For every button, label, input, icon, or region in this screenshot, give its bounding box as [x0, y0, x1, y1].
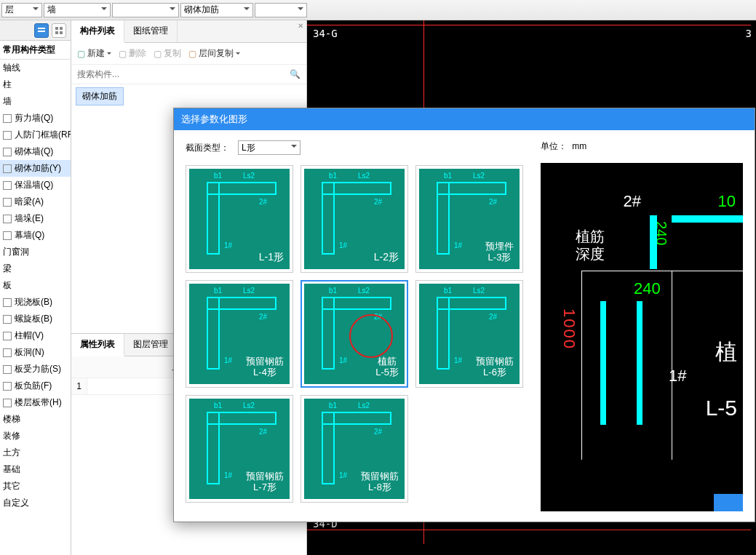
sidebar-item[interactable]: 楼层板带(H) — [0, 394, 71, 411]
sidebar-item-label: 楼层板带(H) — [15, 396, 62, 409]
combo-floor[interactable]: 层 — [1, 3, 42, 17]
sidebar-item-label: 墙垛(E) — [15, 212, 44, 225]
delete-button[interactable]: ▢删除 — [119, 47, 146, 60]
new-button[interactable]: ▢新建 — [77, 47, 111, 60]
sidebar-item[interactable]: 门窗洞 — [0, 244, 71, 260]
search-input[interactable] — [71, 65, 306, 84]
mid-tabs: 构件列表 图纸管理 — [71, 20, 306, 43]
member-icon — [3, 198, 12, 207]
tab-property-list[interactable]: 属性列表 — [71, 334, 124, 356]
tab-layer-mgmt[interactable]: 图层管理 — [124, 334, 178, 356]
sidebar-item-label: 土方 — [3, 447, 20, 459]
combo-floor-text: 层 — [5, 4, 14, 16]
sidebar-item-label: 轴线 — [3, 62, 20, 74]
shape-option[interactable]: b1Ls22#1#L-1形 — [186, 165, 293, 273]
sidebar-item-label: 幕墙(Q) — [15, 229, 44, 241]
sidebar-item-label: 板负筋(F) — [15, 380, 52, 392]
combo-member[interactable]: 砌体加筋 — [180, 3, 253, 17]
sidebar-item[interactable]: 现浇板(B) — [0, 294, 71, 311]
sidebar-item-label: 柱 — [3, 79, 12, 91]
left-panel-header: 常用构件类型 — [0, 41, 71, 60]
search-icon[interactable]: 🔍 — [290, 69, 301, 79]
ok-button[interactable] — [714, 494, 743, 511]
parametric-shape-dialog: 选择参数化图形 截面类型： L形 b1Ls22#1#L-1形b1Ls22#1#L… — [173, 108, 755, 522]
sidebar-item[interactable]: 自定义 — [0, 495, 71, 511]
pv-2hash: 2# — [624, 192, 641, 211]
sidebar-item[interactable]: 保温墙(Q) — [0, 177, 71, 193]
sidebar-item[interactable]: 墙垛(E) — [0, 210, 71, 227]
section-type-label: 截面类型： — [186, 142, 232, 154]
shape-option[interactable]: b1Ls22#1#L-2形 — [301, 165, 408, 273]
sidebar-item[interactable]: 剪力墙(Q) — [0, 110, 71, 127]
member-icon — [3, 181, 12, 190]
tab-component-list[interactable]: 构件列表 — [71, 20, 124, 43]
sidebar-item[interactable]: 板负筋(F) — [0, 378, 71, 394]
combo-3[interactable] — [112, 3, 179, 17]
sidebar-item[interactable]: 柱 — [0, 76, 71, 93]
sidebar-item[interactable]: 基础 — [0, 461, 71, 478]
sidebar-item[interactable]: 其它 — [0, 478, 71, 495]
unit-value: mm — [572, 141, 586, 151]
close-icon[interactable]: ✕ — [298, 22, 303, 30]
sidebar-item[interactable]: 幕墙(Q) — [0, 227, 71, 244]
copy-button[interactable]: ▢复制 — [154, 47, 181, 60]
view-list-icon[interactable] — [34, 23, 49, 38]
svg-rect-2 — [55, 27, 58, 30]
sidebar-item-label: 板洞(N) — [15, 346, 44, 359]
sidebar-item[interactable]: 轴线 — [0, 60, 71, 76]
member-icon — [3, 332, 12, 340]
sidebar-item[interactable]: 楼梯 — [0, 411, 71, 428]
left-icon-row — [0, 20, 71, 41]
member-icon — [3, 148, 12, 156]
sidebar-item-label: 人防门框墙(RF — [15, 129, 71, 141]
mid-toolbar: ▢新建 ▢删除 ▢复制 ▢层间复制 — [71, 43, 306, 65]
cad-label-top: 34-G — [313, 28, 338, 39]
combo-5[interactable] — [255, 3, 307, 17]
svg-rect-5 — [60, 31, 63, 34]
shape-option[interactable]: b1Ls22#1#预留钢筋L-4形 — [186, 280, 293, 388]
shape-option[interactable]: b1Ls22#1#预留钢筋L-8形 — [301, 395, 408, 503]
shape-option[interactable]: b1Ls22#1#预留钢筋L-7形 — [186, 395, 293, 503]
cad-label-tr: 3 — [746, 28, 752, 39]
row-num: 1 — [71, 378, 87, 394]
svg-rect-3 — [60, 27, 63, 30]
sidebar-item-label: 板 — [3, 279, 12, 292]
sidebar-item[interactable]: 装修 — [0, 428, 71, 444]
sidebar-item[interactable]: 柱帽(V) — [0, 327, 71, 344]
unit-label: 单位： — [541, 141, 567, 151]
top-toolbar: 层 墙 砌体加筋 — [0, 0, 756, 20]
sidebar-item[interactable]: 梁 — [0, 260, 71, 277]
sidebar-item[interactable]: 砌体加筋(Y) — [0, 160, 71, 177]
left-panel: 常用构件类型 轴线柱墙剪力墙(Q)人防门框墙(RF砌体墙(Q)砌体加筋(Y)保温… — [0, 20, 71, 555]
pv-240a: 240 — [634, 279, 661, 298]
sidebar-item-label: 螺旋板(B) — [15, 313, 52, 325]
view-grid-icon[interactable] — [52, 23, 66, 38]
sidebar-item[interactable]: 墙 — [0, 93, 71, 110]
tree-list: 轴线柱墙剪力墙(Q)人防门框墙(RF砌体墙(Q)砌体加筋(Y)保温墙(Q)暗梁(… — [0, 60, 71, 511]
shape-option[interactable]: b1Ls22#1#预埋件L-3形 — [415, 165, 523, 273]
sidebar-item-label: 砌体墙(Q) — [15, 145, 53, 158]
sidebar-item-label: 自定义 — [3, 497, 29, 509]
member-icon — [3, 382, 12, 391]
sidebar-item[interactable]: 土方 — [0, 444, 71, 461]
sidebar-item[interactable]: 板洞(N) — [0, 344, 71, 361]
component-chip[interactable]: 砌体加筋 — [76, 87, 124, 105]
sidebar-item-label: 柱帽(V) — [15, 330, 44, 342]
combo-wall[interactable]: 墙 — [44, 3, 111, 17]
pv-name2: L-5 — [706, 396, 737, 420]
sidebar-item[interactable]: 砌体墙(Q) — [0, 143, 71, 160]
layer-copy-button[interactable]: ▢层间复制 — [188, 47, 240, 60]
sidebar-item[interactable]: 螺旋板(B) — [0, 311, 71, 327]
section-type-combo[interactable]: L形 — [238, 140, 301, 155]
member-icon — [3, 298, 12, 307]
pv-name1: 植 — [715, 338, 737, 367]
shape-option[interactable]: b1Ls22#1#预留钢筋L-6形 — [415, 280, 523, 388]
sidebar-item[interactable]: 人防门框墙(RF — [0, 127, 71, 143]
pv-10: 10 — [718, 192, 736, 211]
sidebar-item-label: 板受力筋(S) — [15, 363, 61, 375]
sidebar-item[interactable]: 板受力筋(S) — [0, 361, 71, 378]
tab-drawing-mgmt[interactable]: 图纸管理 — [124, 20, 178, 42]
shape-option[interactable]: b1Ls22#1#植筋L-5形 — [301, 280, 408, 388]
sidebar-item[interactable]: 暗梁(A) — [0, 193, 71, 210]
sidebar-item[interactable]: 板 — [0, 277, 71, 294]
